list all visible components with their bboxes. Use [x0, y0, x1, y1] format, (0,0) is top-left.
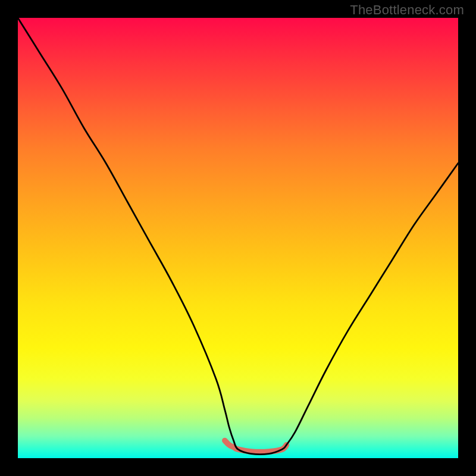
- chart-area: [18, 18, 458, 458]
- chart-svg: [18, 18, 458, 458]
- bottleneck-curve: [18, 18, 458, 455]
- watermark-text: TheBottleneck.com: [350, 2, 464, 18]
